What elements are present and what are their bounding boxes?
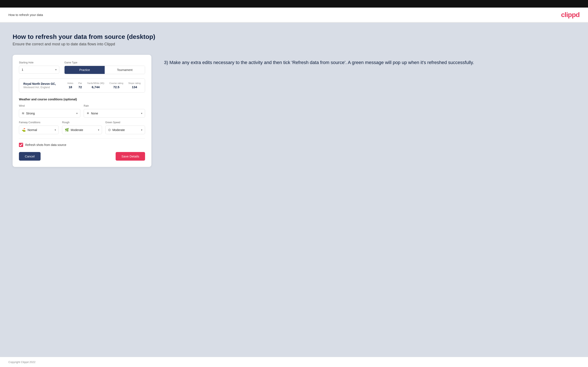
rain-value: None	[91, 112, 141, 115]
slope-rating-value: 134	[132, 85, 137, 89]
starting-hole-label: Starting Hole	[19, 61, 59, 64]
wind-rain-row: Wind ≋ Strong ▾ Rain ☀ None ▾	[19, 104, 145, 117]
rain-select[interactable]: ☀ None ▾	[84, 109, 145, 117]
rough-group: Rough 🌿 Moderate ▾	[62, 121, 102, 134]
header: How to refresh your data clippd	[0, 8, 588, 23]
par-label: Par	[78, 82, 82, 84]
refresh-checkbox-label: Refresh shots from data source	[25, 143, 66, 147]
green-speed-arrow-icon: ▾	[141, 128, 142, 131]
rain-arrow-icon: ▾	[141, 112, 142, 115]
side-text: 3) Make any extra edits necessary to the…	[164, 55, 575, 66]
wind-arrow-icon: ▾	[76, 112, 78, 115]
course-stat-course-rating: Course rating 72.5	[109, 82, 123, 89]
starting-hole-row: Starting Hole 1 ▾ Game Type Practice Tou…	[19, 61, 145, 74]
course-stats: Holes 18 Par 72 Yards/White (M)) 6,744 C…	[68, 82, 141, 89]
starting-hole-arrow-icon: ▾	[55, 68, 57, 71]
header-title: How to refresh your data	[9, 13, 43, 17]
green-speed-value: Moderate	[112, 128, 141, 132]
rough-arrow-icon: ▾	[98, 128, 99, 131]
page-subheading: Ensure the correct and most up to date d…	[13, 42, 575, 46]
course-info-box: Royal North Devon GC, Westward Ho!, Engl…	[19, 78, 145, 92]
green-speed-label: Green Speed	[105, 121, 145, 124]
wind-group: Wind ≋ Strong ▾	[19, 104, 80, 117]
course-rating-value: 72.5	[113, 85, 119, 89]
green-speed-icon: ⊙	[108, 128, 111, 132]
footer: Copyright Clippd 2022	[0, 357, 588, 367]
starting-hole-group: Starting Hole 1 ▾	[19, 61, 59, 74]
rain-icon: ☀	[86, 111, 89, 115]
wind-select[interactable]: ≋ Strong ▾	[19, 109, 80, 117]
divider	[19, 138, 145, 139]
par-value: 72	[78, 85, 82, 89]
green-speed-select[interactable]: ⊙ Moderate ▾	[105, 125, 145, 134]
wind-label: Wind	[19, 104, 80, 107]
rain-label: Rain	[84, 104, 145, 107]
course-name: Royal North Devon GC,	[23, 82, 68, 85]
page-heading: How to refresh your data from source (de…	[13, 33, 575, 40]
logo: clippd	[561, 11, 579, 19]
main-content: How to refresh your data from source (de…	[0, 23, 588, 357]
wind-value: Strong	[26, 112, 76, 115]
course-stat-yards: Yards/White (M)) 6,744	[87, 82, 104, 89]
rain-group: Rain ☀ None ▾	[84, 104, 145, 117]
fairway-label: Fairway Conditions	[19, 121, 59, 124]
rough-select[interactable]: 🌿 Moderate ▾	[62, 125, 102, 134]
course-rating-label: Course rating	[109, 82, 123, 84]
slope-rating-label: Slope rating	[128, 82, 141, 84]
starting-hole-select[interactable]: 1 ▾	[19, 66, 59, 74]
practice-button[interactable]: Practice	[65, 66, 105, 74]
course-stat-slope-rating: Slope rating 134	[128, 82, 141, 89]
refresh-checkbox[interactable]	[19, 143, 23, 147]
fairway-group: Fairway Conditions ⛳ Normal ▾	[19, 121, 59, 134]
game-type-buttons: Practice Tournament	[64, 66, 145, 74]
footer-copyright: Copyright Clippd 2022	[9, 360, 35, 364]
fairway-icon: ⛳	[22, 128, 26, 132]
holes-label: Holes	[68, 82, 73, 84]
yards-value: 6,744	[92, 85, 100, 89]
rough-icon: 🌿	[65, 128, 69, 132]
side-text-content: 3) Make any extra edits necessary to the…	[164, 59, 575, 66]
course-name-area: Royal North Devon GC, Westward Ho!, Engl…	[23, 82, 68, 89]
fairway-rough-green-row: Fairway Conditions ⛳ Normal ▾ Rough 🌿 Mo…	[19, 121, 145, 134]
cancel-button[interactable]: Cancel	[19, 152, 41, 161]
form-card: Starting Hole 1 ▾ Game Type Practice Tou…	[13, 55, 151, 167]
top-bar	[0, 0, 588, 8]
green-speed-group: Green Speed ⊙ Moderate ▾	[105, 121, 145, 134]
game-type-label: Game Type	[64, 61, 145, 64]
button-row: Cancel Save Details	[19, 152, 145, 161]
conditions-title: Weather and course conditions (optional)	[19, 98, 145, 101]
game-type-group: Game Type Practice Tournament	[64, 61, 145, 74]
course-stat-par: Par 72	[78, 82, 82, 89]
course-stat-holes: Holes 18	[68, 82, 73, 89]
wind-icon: ≋	[22, 111, 24, 115]
fairway-arrow-icon: ▾	[55, 128, 56, 131]
content-area: Starting Hole 1 ▾ Game Type Practice Tou…	[13, 55, 575, 167]
rough-value: Moderate	[71, 128, 98, 132]
save-button[interactable]: Save Details	[116, 152, 145, 161]
rough-label: Rough	[62, 121, 102, 124]
fairway-select[interactable]: ⛳ Normal ▾	[19, 125, 59, 134]
course-location: Westward Ho!, England	[23, 86, 68, 89]
yards-label: Yards/White (M))	[87, 82, 104, 84]
refresh-checkbox-row: Refresh shots from data source	[19, 143, 145, 147]
tournament-button[interactable]: Tournament	[105, 66, 145, 74]
fairway-value: Normal	[27, 128, 55, 132]
starting-hole-value: 1	[22, 68, 55, 71]
holes-value: 18	[69, 85, 72, 89]
